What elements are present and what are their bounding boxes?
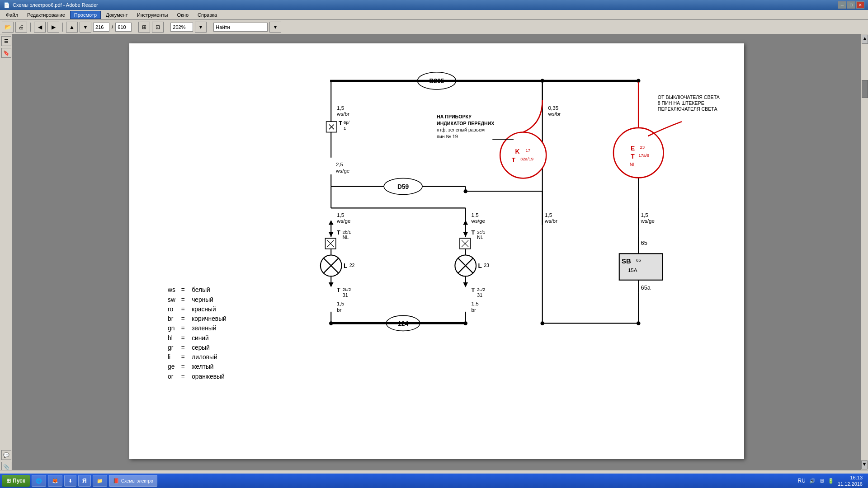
wl-lb2b: br (472, 307, 476, 313)
legend-bl-name: синий (192, 334, 209, 342)
K17-sub: 17 (526, 148, 531, 153)
T2b2-T: T (337, 286, 340, 293)
L22-label: L (344, 262, 347, 269)
printer-button[interactable]: 🖨 (15, 22, 27, 33)
right-scrollbar[interactable]: ▲ ▼ (861, 34, 868, 474)
ie-icon: 🌐 (36, 478, 42, 484)
T17a8-nl: NL (630, 162, 636, 167)
menu-window[interactable]: Окно (173, 11, 193, 19)
wl-left: 1,5 (337, 212, 344, 218)
menu-help[interactable]: Справка (193, 11, 221, 19)
wl-left-b: ws/ge (336, 218, 351, 224)
legend-ge-eq: = (181, 363, 185, 370)
T6p-sub2: 1 (344, 126, 346, 131)
legend-li-code: li (168, 353, 170, 361)
legend-ws-name: белый (192, 286, 210, 293)
note-right-3: ПЕРЕКЛЮЧАТЕЛЯ СВЕТА (658, 106, 718, 112)
svg-marker-24 (463, 232, 468, 237)
T2c1-sub: 2c/1 (477, 230, 485, 235)
pdf-area[interactable]: B205 1,5 ws/br 0,35 ws/br (13, 34, 861, 474)
legend-ge-code: ge (168, 363, 175, 370)
taskbar-explorer[interactable]: 📁 (93, 475, 107, 487)
note-right-1: ОТ ВЫКЛЮЧАТЕЛЯ СВЕТА (658, 94, 720, 100)
taskbar: ⊞ Пуск 🌐 🦊 ⬇ Я 📁 📕 Схемы электро RU 🔊 🖥 … (0, 474, 868, 488)
volume-icon: 🔊 (809, 478, 816, 484)
page-current-input[interactable]: 216 (93, 23, 109, 32)
close-button[interactable]: ✕ (856, 1, 864, 9)
minimize-button[interactable]: ─ (838, 1, 846, 9)
sidebar-pages-icon[interactable]: ☰ (1, 36, 11, 46)
titlebar-left: 📄 Схемы электроо6.pdf - Adobe Reader (4, 2, 98, 8)
legend-gn-eq: = (181, 324, 185, 332)
SB65-rating: 15A (628, 267, 637, 273)
search-input[interactable]: Найти (213, 23, 268, 32)
taskbar-right: RU 🔊 🖥 🔋 16:13 11.12.2016 (798, 474, 866, 488)
next-page-button[interactable]: ▼ (80, 22, 91, 33)
note-right-2: 8 ПИН НА ШТЕКЕРЕ (658, 100, 704, 106)
taskbar-adobe[interactable]: 📕 Схемы электро (109, 475, 157, 487)
forward-button[interactable]: ▶ (47, 22, 59, 33)
scroll-thumb[interactable] (862, 80, 868, 98)
zoom-fit-button[interactable]: ⊞ (138, 22, 150, 33)
bottom-scrollbar[interactable] (0, 470, 868, 474)
open-button[interactable]: 📂 (2, 22, 14, 33)
legend-ro-name: красный (192, 305, 216, 313)
legend-sw-eq: = (181, 296, 185, 303)
menu-view[interactable]: Просмотр (70, 11, 101, 19)
battery-icon: 🔋 (828, 478, 834, 484)
search-button[interactable]: ▾ (269, 22, 281, 33)
E23-sub: 23 (640, 145, 645, 150)
time-display: 16:13 (838, 474, 863, 481)
wl-rmid-b: ws/br (544, 218, 557, 224)
legend-ge-name: желтый (192, 363, 213, 370)
taskbar-downloader[interactable]: ⬇ (64, 475, 76, 487)
wire-label-w2: 2,5 (336, 161, 343, 167)
separator-4 (167, 23, 167, 32)
wire-label-w1: 1,5 (337, 105, 344, 111)
T2b1-sub: 2b/1 (343, 230, 351, 235)
menu-edit[interactable]: Редактирование (23, 11, 69, 19)
scroll-up[interactable]: ▲ (862, 35, 868, 44)
wire-label-w3b: ws/br (548, 111, 561, 117)
sidebar-comment-icon[interactable]: 💬 (1, 450, 11, 460)
note-center-3: птф, зеленый разъем (437, 127, 485, 132)
zoom-dropdown[interactable]: ▾ (195, 22, 207, 33)
legend-li-eq: = (181, 353, 185, 361)
fuse-top-label: 65 (641, 239, 647, 246)
zoom-full-button[interactable]: ⊡ (152, 22, 164, 33)
taskbar-firefox[interactable]: 🦊 (48, 475, 62, 487)
T2b1-nl: NL (343, 235, 349, 240)
prev-page-button[interactable]: ▲ (66, 22, 78, 33)
folder-icon: 📁 (97, 478, 103, 484)
T17a8-label: T (631, 153, 635, 160)
legend-bl-code: bl (168, 334, 173, 342)
taskbar-ie[interactable]: 🌐 (32, 475, 46, 487)
menu-tools[interactable]: Инструменты (133, 11, 172, 19)
taskbar-yandex[interactable]: Я (78, 475, 91, 487)
legend-ro-code: ro (168, 305, 174, 313)
scroll-down[interactable]: ▼ (861, 460, 868, 469)
D59-label: D59 (397, 183, 409, 190)
main-area: ☰ 🔖 💬 📎 B205 (0, 34, 868, 474)
svg-point-59 (541, 321, 545, 325)
start-button[interactable]: ⊞ Пуск (2, 475, 30, 487)
legend-ro-eq: = (181, 305, 185, 313)
date-display: 11.12.2016 (838, 481, 863, 487)
adobe-icon: 📕 (113, 478, 119, 484)
start-label: Пуск (13, 478, 25, 484)
sidebar-bookmarks-icon[interactable]: 🔖 (1, 48, 11, 58)
separator-3 (135, 23, 135, 32)
back-button[interactable]: ◀ (34, 22, 46, 33)
legend-gn-name: зеленый (192, 324, 216, 332)
legend-sw-name: черный (192, 296, 213, 303)
svg-marker-42 (463, 282, 468, 287)
adobe-label: Схемы электро (121, 479, 153, 483)
maximize-button[interactable]: □ (847, 1, 855, 9)
menu-document[interactable]: Документ (102, 11, 132, 19)
menu-file[interactable]: Файл (2, 11, 22, 19)
L23-label: L (478, 262, 481, 269)
page-total: 610 (115, 23, 132, 32)
T32a19-label: T (512, 156, 516, 164)
separator-2 (62, 23, 63, 32)
zoom-input[interactable]: 202% (170, 23, 193, 32)
